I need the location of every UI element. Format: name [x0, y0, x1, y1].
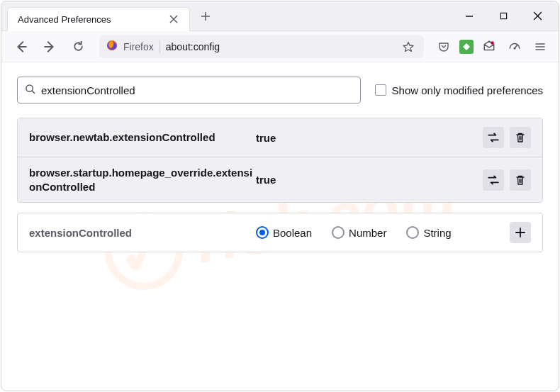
account-icon[interactable] — [479, 37, 499, 57]
add-pref-row: extensionControlled Boolean Number Strin… — [17, 213, 543, 252]
svg-rect-0 — [500, 13, 506, 18]
pref-value: true — [256, 132, 483, 144]
radio-input[interactable] — [332, 226, 345, 239]
menu-button[interactable] — [530, 37, 550, 57]
toggle-button[interactable] — [483, 127, 504, 148]
maximize-button[interactable] — [488, 5, 519, 28]
pocket-icon[interactable] — [434, 37, 454, 57]
pref-row: browser.startup.homepage_override.extens… — [18, 157, 542, 202]
browser-toolbar: Firefox about:config — [1, 31, 559, 62]
pref-name: browser.startup.homepage_override.extens… — [29, 166, 256, 194]
reload-button[interactable] — [67, 35, 89, 58]
close-window-button[interactable] — [522, 5, 553, 28]
modified-only-label: Show only modified preferences — [392, 84, 543, 96]
firefox-icon — [106, 40, 118, 54]
radio-label: String — [423, 227, 451, 239]
svg-point-2 — [491, 41, 494, 45]
bookmark-star-icon[interactable] — [400, 38, 417, 55]
radio-input[interactable] — [406, 226, 419, 239]
radio-label: Number — [349, 227, 386, 239]
prefs-table: browser.newtab.extensionControlled true … — [17, 118, 543, 203]
svg-point-3 — [514, 47, 516, 49]
radio-input[interactable] — [256, 226, 269, 239]
pref-row: browser.newtab.extensionControlled true — [18, 118, 542, 157]
radio-string[interactable]: String — [406, 226, 451, 239]
forward-button[interactable] — [38, 35, 61, 58]
window-titlebar: Advanced Preferences — [1, 1, 559, 31]
delete-button[interactable] — [510, 127, 531, 148]
modified-only-checkbox-row[interactable]: Show only modified preferences — [375, 84, 543, 96]
radio-boolean[interactable]: Boolean — [256, 226, 312, 239]
extension-icon[interactable] — [459, 40, 474, 54]
dashboard-icon[interactable] — [505, 37, 525, 57]
pref-search-input[interactable] — [41, 84, 353, 96]
minimize-button[interactable] — [454, 5, 485, 28]
radio-label: Boolean — [273, 227, 312, 239]
pref-search-box[interactable] — [17, 77, 361, 103]
radio-number[interactable]: Number — [332, 226, 386, 239]
back-button[interactable] — [10, 35, 33, 58]
urlbar-separator — [159, 40, 160, 53]
search-icon — [25, 84, 35, 97]
modified-only-checkbox[interactable] — [375, 84, 386, 96]
pref-value: true — [256, 174, 483, 186]
pref-name: browser.newtab.extensionControlled — [29, 130, 256, 145]
type-radio-group: Boolean Number String — [256, 226, 501, 239]
urlbar-brand: Firefox — [123, 41, 154, 52]
urlbar-url: about:config — [166, 41, 394, 52]
tab-title: Advanced Preferences — [18, 14, 111, 25]
browser-tab[interactable]: Advanced Preferences — [7, 7, 190, 31]
delete-button[interactable] — [510, 169, 531, 191]
new-pref-name: extensionControlled — [29, 227, 256, 239]
toggle-button[interactable] — [483, 169, 504, 191]
close-tab-icon[interactable] — [168, 13, 179, 25]
new-tab-button[interactable] — [196, 6, 215, 26]
url-bar[interactable]: Firefox about:config — [99, 35, 424, 58]
add-pref-button[interactable] — [510, 222, 531, 243]
